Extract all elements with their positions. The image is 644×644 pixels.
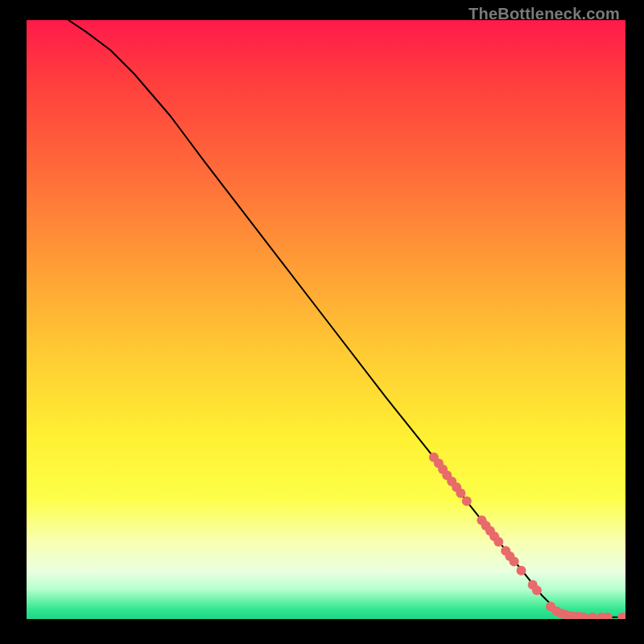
data-marker <box>456 489 465 498</box>
chart-plot-area <box>27 20 625 619</box>
chart-svg <box>27 20 625 619</box>
data-marker <box>510 557 519 567</box>
data-markers <box>429 452 625 619</box>
curve-line <box>68 20 625 617</box>
data-marker <box>517 566 526 576</box>
data-marker <box>462 496 472 506</box>
data-marker <box>588 613 597 619</box>
data-marker <box>532 585 542 595</box>
data-marker <box>493 537 503 547</box>
watermark-label: TheBottleneck.com <box>469 5 620 23</box>
data-marker <box>617 613 625 619</box>
